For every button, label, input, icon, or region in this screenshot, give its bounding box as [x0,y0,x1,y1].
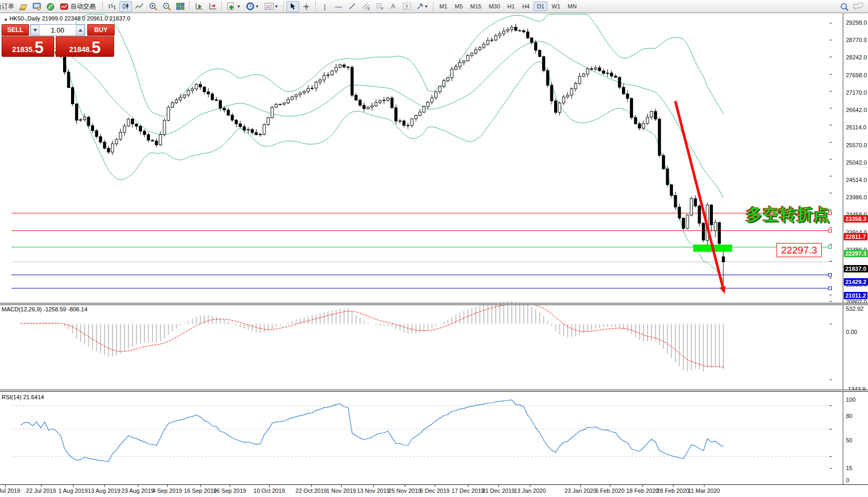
cursor-icon[interactable] [287,1,299,12]
toolbar-separator [315,2,316,11]
price-axis-tick: 26642.0 [846,107,867,113]
line-chart-icon[interactable] [133,1,146,12]
zoom-out-icon[interactable] [160,1,173,12]
rsi-axis-tick: 100 [846,397,855,403]
date-label: 10 Jul 2019 [0,488,20,494]
rsi-axis-tick: 15 [846,465,852,471]
timeframe-button-h4[interactable]: H4 [519,2,533,11]
date-axis[interactable]: 10 Jul 201922 Jul 20191 Aug 201913 Aug 2… [0,484,868,497]
toolbar-separator [189,2,190,11]
date-label: 18 Feb 2020 [626,488,659,494]
date-axis-tick [405,485,405,487]
rsi-axis-tick: 50 [846,437,852,443]
toolbar: 新订单 自动交易 ▼ ▼ [0,0,868,13]
bar-chart-icon[interactable] [106,1,118,12]
date-axis-tick [311,485,312,487]
date-label: 11 Mar 2020 [688,488,720,494]
timeframe-button-d1[interactable]: D1 [534,2,547,11]
date-axis-tick [5,485,6,487]
buy-button[interactable]: BUY [87,24,115,36]
hline-price-label[interactable]: 21011.2 [844,292,867,299]
periods-button[interactable]: ▼ [244,1,261,12]
gold-note-icon[interactable] [17,1,29,12]
search-icon[interactable] [838,1,851,12]
date-axis-tick [373,485,374,487]
chat-icon[interactable] [852,1,864,12]
timeframe-button-mn[interactable]: MN [565,2,580,11]
svg-text:F: F [381,7,383,11]
tile-windows-icon[interactable] [174,1,187,12]
timeframe-button-m1[interactable]: M1 [436,2,451,11]
pane-separator[interactable] [0,390,868,392]
volume-decrease-button[interactable] [30,25,39,35]
collapse-panel-icon[interactable]: ▲ [4,17,8,22]
timeframe-button-w1[interactable]: W1 [548,2,564,11]
macd-axis-tick: 532.92 [846,306,864,312]
trendline-icon[interactable] [346,1,359,12]
indicators-button[interactable]: ▼ [262,1,281,12]
crosshair-icon[interactable] [300,1,313,12]
arrows-button[interactable]: ▼ [414,1,431,12]
date-label: 4 Sep 2019 [152,488,182,494]
new-template-button[interactable]: ▼ [224,1,243,12]
pane-separator[interactable] [0,303,868,305]
sell-price-display[interactable]: 21835.5 [2,36,54,57]
quote-text: HK50-,Daily 21999.0 22348.0 20961.0 2183… [9,15,130,22]
zoom-in-icon[interactable] [147,1,159,12]
date-axis-tick [200,485,201,487]
price-axis-tick: 27170.0 [846,89,867,96]
date-label: 28 Feb 2020 [657,488,689,494]
terminal-icon[interactable] [30,1,43,12]
date-axis-tick [468,485,468,487]
date-label: 13 Jan 2020 [514,488,546,494]
horizontal-line-icon[interactable]: — [332,1,345,12]
hline-price-label[interactable]: 21429.2 [844,278,868,286]
timeframe-button-m15[interactable]: M15 [467,2,484,11]
price-chart[interactable] [0,13,868,497]
svg-text:T: T [405,4,409,9]
date-label: 1 Nov 2019 [326,488,356,494]
sell-price-main: 21835. [12,45,35,55]
text-label-icon[interactable]: T [401,1,413,12]
auto-scroll-icon[interactable] [192,1,205,12]
volume-input[interactable] [39,25,76,35]
price-axis[interactable]: 29298.028770.028242.027698.027170.026642… [843,13,868,484]
new-order-button[interactable]: 新订单 [0,2,14,11]
date-label: 17 Dec 2019 [452,488,484,494]
timeframe-group: M1M5M15M30H1H4D1W1MN [436,2,580,11]
sell-button[interactable]: SELL [2,24,29,36]
fibonacci-icon[interactable]: F [373,1,386,12]
hline-price-label[interactable]: 22811.7 [844,233,867,240]
price-axis-tick: 24514.0 [846,177,867,183]
chart-area[interactable]: ▲HK50-,Daily 21999.0 22348.0 20961.0 218… [0,13,868,497]
vertical-line-icon[interactable]: | [319,1,331,12]
macd-indicator-label: MACD(12,26,9) -1258.59 -806.14 [2,306,87,312]
date-label: 22 Oct 2019 [295,488,327,494]
toolbar-separator [283,2,284,11]
timeframe-button-h1[interactable]: H1 [504,2,518,11]
candle-chart-icon[interactable] [119,1,132,12]
date-label: 23 Aug 2019 [121,488,154,494]
hline-price-label[interactable]: 22297.3 [844,250,868,257]
hline-price-label[interactable]: 23358.3 [844,215,868,222]
date-label: 6 Feb 2020 [595,488,625,494]
timeframe-button-m5[interactable]: M5 [452,2,466,11]
chart-shift-icon[interactable] [206,1,219,12]
chart-annotation-text[interactable]: 多空转折点 [746,204,830,226]
signal-icon[interactable] [44,1,57,12]
buy-price-display[interactable]: 21848.5 [56,36,114,57]
text-icon[interactable]: A [387,1,400,12]
current-price-label: 21837.0 [844,265,868,272]
date-axis-tick [530,485,530,487]
volume-increase-button[interactable] [76,25,85,35]
one-click-trade-panel: SELL BUY 21835.5 21848.5 [2,24,115,57]
date-axis-tick [269,485,270,487]
timeframe-button-m30[interactable]: M30 [486,2,503,11]
triangle-down-icon [33,29,37,32]
price-axis-tick: 27698.0 [846,72,867,78]
macd-axis-tick: 0.00 [846,329,857,335]
equidistant-channel-icon[interactable]: E [360,1,372,12]
autotrade-button[interactable]: 自动交易 [58,1,100,12]
date-label: 10 Oct 2019 [253,488,285,494]
price-callout-box[interactable]: 22297.3 [777,243,822,257]
